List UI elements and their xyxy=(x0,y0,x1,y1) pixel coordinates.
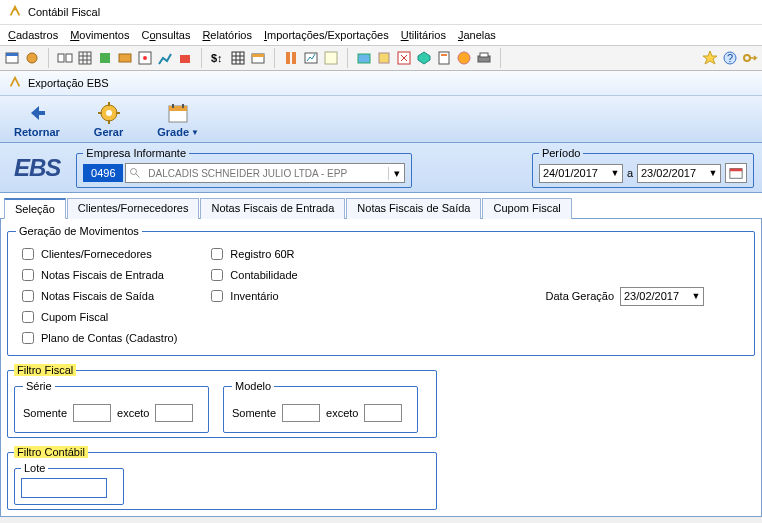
toolbar-icon[interactable] xyxy=(356,50,372,66)
grade-button[interactable]: Grade▼ xyxy=(149,98,207,142)
tab-cupom[interactable]: Cupom Fiscal xyxy=(482,198,571,219)
menu-consultas[interactable]: Consultas xyxy=(141,29,190,41)
menu-cadastros[interactable]: Cadastros xyxy=(8,29,58,41)
svg-rect-8 xyxy=(119,54,131,62)
filtro-contabil-fieldset: Filtro Contábil Lote xyxy=(7,446,437,510)
help-icon[interactable]: ? xyxy=(722,50,738,66)
svg-rect-14 xyxy=(232,52,244,64)
periodo-sep: a xyxy=(627,167,633,179)
somente-label: Somente xyxy=(232,407,276,419)
toolbar-icon[interactable] xyxy=(376,50,392,66)
lote-input[interactable] xyxy=(21,478,107,498)
menu-import-export[interactable]: Importações/Exportações xyxy=(264,29,389,41)
svg-point-10 xyxy=(143,56,147,60)
chk-nf-saida[interactable]: Notas Fiscais de Saída xyxy=(18,287,177,305)
menu-movimentos[interactable]: Movimentos xyxy=(70,29,129,41)
chk-clientes[interactable]: Clientes/Fornecedores xyxy=(18,245,177,263)
data-geracao-combo[interactable]: ▼ xyxy=(620,287,704,306)
tabs: Seleção Clientes/Fornecedores Notas Fisc… xyxy=(0,193,762,219)
toolbar-icon[interactable] xyxy=(323,50,339,66)
toolbar-icon[interactable] xyxy=(476,50,492,66)
toolbar-icon[interactable] xyxy=(250,50,266,66)
tab-nf-saida[interactable]: Notas Fiscais de Saída xyxy=(346,198,481,219)
filtro-contabil-legend: Filtro Contábil xyxy=(14,446,88,458)
empresa-code-input[interactable] xyxy=(83,164,123,182)
modelo-exceto-input[interactable] xyxy=(364,404,402,422)
toolbar-icon[interactable] xyxy=(416,50,432,66)
toolbar-icon[interactable] xyxy=(4,50,20,66)
menu-janelas[interactable]: Janelas xyxy=(458,29,496,41)
tab-selecao[interactable]: Seleção xyxy=(4,198,66,219)
toolbar-icon[interactable] xyxy=(283,50,299,66)
toolbar-icon[interactable] xyxy=(230,50,246,66)
toolbar-icon[interactable] xyxy=(57,50,73,66)
svg-rect-22 xyxy=(379,53,389,63)
app-icon xyxy=(8,4,22,20)
chevron-down-icon[interactable]: ▼ xyxy=(706,168,720,178)
search-icon xyxy=(126,167,144,179)
date-from-input[interactable] xyxy=(540,166,608,180)
data-geracao-input[interactable] xyxy=(621,289,689,303)
svg-rect-28 xyxy=(480,53,488,57)
chevron-down-icon[interactable]: ▼ xyxy=(608,168,622,178)
svg-rect-25 xyxy=(441,54,447,56)
window-title-text: Exportação EBS xyxy=(28,77,109,89)
toolbar-icon[interactable] xyxy=(456,50,472,66)
periodo-from[interactable]: ▼ xyxy=(539,164,623,183)
empresa-fieldset: Empresa Informante DALCADIS SCHNEIDER JU… xyxy=(76,147,412,188)
tab-nf-entrada[interactable]: Notas Fiscais de Entrada xyxy=(200,198,345,219)
chevron-down-icon[interactable]: ▼ xyxy=(689,291,703,301)
star-icon[interactable] xyxy=(702,50,718,66)
serie-somente-input[interactable] xyxy=(73,404,111,422)
toolbar-icon[interactable] xyxy=(97,50,113,66)
toolbar-icon[interactable] xyxy=(137,50,153,66)
exceto-label: exceto xyxy=(326,407,358,419)
chk-inventario[interactable]: Inventário xyxy=(207,287,297,305)
retornar-button[interactable]: Retornar xyxy=(6,98,68,142)
app-title: Contábil Fiscal xyxy=(28,6,100,18)
toolbar-icon[interactable] xyxy=(24,50,40,66)
serie-exceto-input[interactable] xyxy=(155,404,193,422)
toolbar-icon[interactable] xyxy=(177,50,193,66)
toolbar-icon[interactable] xyxy=(303,50,319,66)
date-to-input[interactable] xyxy=(638,166,706,180)
toolbar-icon[interactable] xyxy=(157,50,173,66)
svg-rect-24 xyxy=(439,52,449,64)
ribbon: Retornar Gerar Grade▼ xyxy=(0,96,762,143)
toolbar-icon[interactable]: $↕ xyxy=(210,50,226,66)
svg-line-42 xyxy=(136,174,140,178)
toolbar-icon[interactable] xyxy=(117,50,133,66)
chk-contabilidade[interactable]: Contabilidade xyxy=(207,266,297,284)
menu-relatorios[interactable]: Relatórios xyxy=(202,29,252,41)
lote-fieldset: Lote xyxy=(14,462,124,505)
calendar-button[interactable] xyxy=(725,163,747,183)
chk-nf-entrada[interactable]: Notas Fiscais de Entrada xyxy=(18,266,177,284)
gerar-button[interactable]: Gerar xyxy=(86,98,131,142)
menu-utilitarios[interactable]: Utilitários xyxy=(401,29,446,41)
toolbar-icon[interactable] xyxy=(396,50,412,66)
menubar: Cadastros Movimentos Consultas Relatório… xyxy=(0,25,762,46)
modelo-somente-input[interactable] xyxy=(282,404,320,422)
chk-reg60r[interactable]: Registro 60R xyxy=(207,245,297,263)
geracao-col2: Registro 60R Contabilidade Inventário xyxy=(207,245,297,347)
toolbar-icon[interactable] xyxy=(77,50,93,66)
modelo-fieldset: Modelo Somente exceto xyxy=(223,380,418,433)
svg-rect-5 xyxy=(66,54,72,62)
empresa-combo[interactable]: DALCADIS SCHNEIDER JULIO LTDA - EPP ▾ xyxy=(125,163,405,183)
serie-fieldset: Série Somente exceto xyxy=(14,380,209,433)
toolbar-icon[interactable] xyxy=(436,50,452,66)
svg-point-41 xyxy=(131,169,137,175)
titlebar: Contábil Fiscal xyxy=(0,0,762,25)
chk-cupom[interactable]: Cupom Fiscal xyxy=(18,308,177,326)
periodo-to[interactable]: ▼ xyxy=(637,164,721,183)
window-icon xyxy=(8,75,22,91)
geracao-col1: Clientes/Fornecedores Notas Fiscais de E… xyxy=(18,245,177,347)
chevron-down-icon[interactable]: ▾ xyxy=(388,167,404,180)
svg-point-26 xyxy=(458,52,470,64)
chk-plano-contas[interactable]: Plano de Contas (Cadastro) xyxy=(18,329,177,347)
geracao-legend: Geração de Movimentos xyxy=(16,225,142,237)
serie-legend: Série xyxy=(23,380,55,392)
tab-clientes[interactable]: Clientes/Fornecedores xyxy=(67,198,200,219)
svg-rect-20 xyxy=(325,52,337,64)
key-icon[interactable] xyxy=(742,50,758,66)
